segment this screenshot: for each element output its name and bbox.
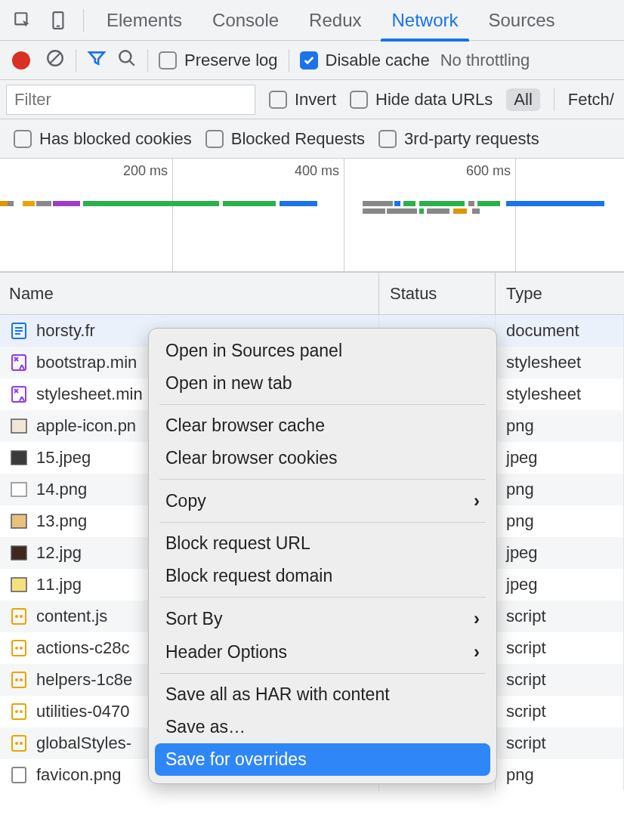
search-icon[interactable]	[117, 48, 137, 73]
menu-item[interactable]: Header Options›	[149, 635, 496, 669]
menu-item-label: Block request domain	[165, 566, 332, 586]
svg-rect-14	[11, 451, 26, 465]
menu-item[interactable]: Clear browser cache	[149, 409, 496, 442]
disable-cache-checkbox[interactable]: Disable cache	[300, 51, 430, 70]
menu-item[interactable]: Save for overrides	[155, 743, 490, 776]
menu-item[interactable]: Open in new tab	[149, 367, 496, 400]
throttling-select[interactable]: No throttling	[440, 51, 530, 70]
svg-rect-13	[11, 419, 26, 433]
table-header: Name Status Type	[0, 273, 624, 315]
svg-point-24	[20, 647, 23, 650]
menu-item[interactable]: Save as…	[149, 711, 496, 743]
type-cell: script	[496, 601, 624, 632]
invert-checkbox[interactable]: Invert	[269, 90, 336, 110]
hide-data-urls-checkbox[interactable]: Hide data URLs	[350, 90, 493, 110]
preserve-log-checkbox[interactable]: Preserve log	[159, 51, 278, 70]
clear-icon[interactable]	[45, 48, 65, 73]
menu-item[interactable]: Sort By›	[149, 602, 496, 635]
network-filter-row: Invert Hide data URLs All Fetch/	[0, 80, 624, 119]
tab-redux[interactable]: Redux	[294, 1, 376, 40]
menu-separator	[159, 404, 486, 405]
svg-rect-25	[12, 672, 26, 687]
menu-item-label: Open in new tab	[165, 373, 292, 394]
invert-label: Invert	[295, 90, 336, 110]
third-party-checkbox[interactable]: 3rd-party requests	[378, 129, 539, 149]
js-icon	[11, 703, 27, 720]
blocked-cookies-checkbox[interactable]: Has blocked cookies	[14, 129, 192, 149]
svg-rect-31	[12, 736, 26, 751]
menu-item-label: Clear browser cache	[165, 415, 325, 436]
network-toolbar: Preserve log Disable cache No throttling	[0, 41, 624, 80]
blocked-requests-checkbox[interactable]: Blocked Requests	[205, 129, 365, 149]
filter-icon[interactable]	[87, 48, 107, 73]
menu-separator	[159, 673, 486, 674]
js-icon	[11, 672, 27, 688]
file-name: 13.png	[36, 511, 87, 531]
col-name[interactable]: Name	[0, 273, 379, 314]
menu-item[interactable]: Save all as HAR with content	[149, 678, 496, 711]
third-party-label: 3rd-party requests	[404, 129, 539, 149]
js-icon	[11, 640, 27, 656]
svg-point-20	[15, 615, 18, 618]
menu-item[interactable]: Block request domain	[149, 560, 496, 592]
type-cell: png	[496, 759, 624, 791]
tab-elements[interactable]: Elements	[91, 1, 197, 40]
file-name: 11.jpg	[36, 575, 82, 594]
svg-rect-18	[11, 578, 26, 591]
type-cell: document	[496, 315, 624, 347]
js-icon	[11, 608, 27, 625]
divider	[83, 9, 84, 32]
css-icon	[11, 386, 27, 403]
file-name: bootstrap.min	[36, 353, 137, 372]
file-name: utilities-0470	[36, 702, 130, 721]
tab-console[interactable]: Console	[197, 1, 294, 40]
type-cell: jpeg	[496, 569, 624, 601]
svg-rect-16	[11, 514, 26, 528]
tab-sources[interactable]: Sources	[474, 1, 570, 40]
record-button[interactable]	[8, 48, 35, 73]
device-toggle-icon[interactable]	[42, 4, 76, 37]
file-name: helpers-1c8e	[36, 670, 132, 690]
menu-item-label: Block request URL	[165, 533, 310, 554]
col-type[interactable]: Type	[496, 273, 624, 314]
filter-type-all[interactable]: All	[506, 88, 539, 111]
context-menu: Open in Sources panelOpen in new tabClea…	[148, 328, 497, 784]
menu-separator	[159, 479, 486, 480]
filter-input[interactable]	[6, 85, 255, 115]
file-name: 12.jpg	[36, 543, 82, 563]
inspect-icon[interactable]	[6, 4, 39, 37]
svg-point-26	[15, 678, 18, 681]
svg-rect-22	[12, 641, 26, 656]
blocked-requests-label: Blocked Requests	[231, 129, 365, 149]
col-status[interactable]: Status	[379, 273, 496, 314]
timeline-tick: 400 ms	[295, 163, 344, 179]
filter-type-fetch[interactable]: Fetch/	[568, 90, 614, 110]
file-name: 15.jpeg	[36, 448, 91, 468]
menu-separator	[159, 597, 486, 598]
type-cell: png	[496, 410, 624, 442]
network-filter-row-2: Has blocked cookies Blocked Requests 3rd…	[0, 119, 624, 159]
svg-rect-34	[12, 767, 26, 783]
file-name: apple-icon.pn	[36, 416, 136, 436]
svg-point-33	[20, 742, 23, 745]
file-name: 14.png	[36, 480, 87, 499]
chevron-right-icon: ›	[474, 641, 480, 662]
type-cell: jpeg	[496, 537, 624, 569]
menu-item[interactable]: Open in Sources panel	[149, 335, 496, 367]
svg-point-27	[20, 678, 23, 681]
network-timeline[interactable]: 200 ms400 ms600 ms	[0, 159, 624, 272]
tab-network[interactable]: Network	[376, 1, 473, 40]
hide-data-urls-label: Hide data URLs	[375, 90, 493, 110]
svg-point-5	[119, 51, 131, 62]
file-name: horsty.fr	[36, 321, 95, 341]
menu-item-label: Save all as HAR with content	[165, 684, 390, 705]
type-cell: png	[496, 474, 624, 505]
image-dark2-icon	[11, 545, 27, 561]
menu-item[interactable]: Clear browser cookies	[149, 442, 496, 474]
menu-item-label: Header Options	[165, 642, 287, 662]
preserve-log-label: Preserve log	[184, 51, 278, 70]
css-icon	[11, 354, 27, 371]
file-name: stylesheet.min	[36, 384, 143, 404]
menu-item[interactable]: Block request URL	[149, 527, 496, 560]
menu-item[interactable]: Copy›	[149, 484, 496, 517]
